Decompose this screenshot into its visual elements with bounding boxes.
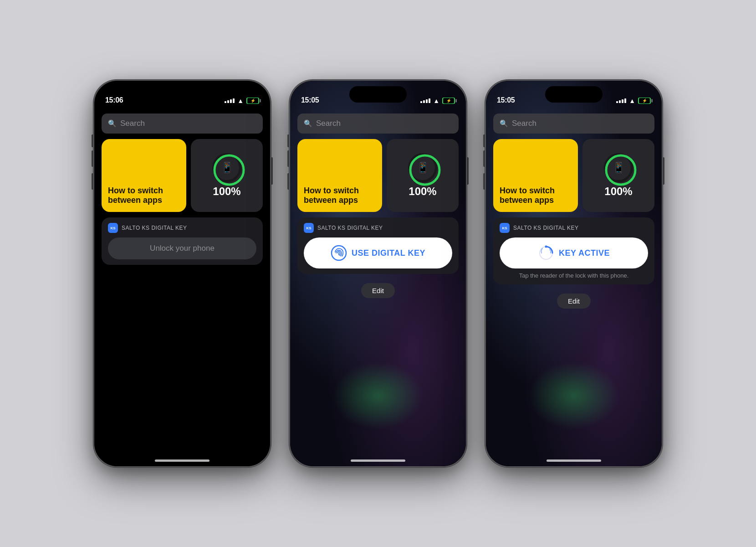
key-active-label: KEY ACTIVE	[559, 248, 610, 258]
phone-frame: 15:05 ▲ ⚡	[485, 80, 663, 467]
signal-bar-2	[423, 100, 425, 103]
salto-header: KS SALTO KS DIGITAL KEY	[108, 223, 256, 233]
edit-button-container: Edit	[290, 283, 466, 298]
signal-bar-3	[230, 99, 232, 103]
howto-widget[interactable]: How to switch between apps	[102, 139, 186, 212]
screen-content: 🔍 Search How to switch between apps	[486, 107, 662, 466]
svg-point-8	[545, 246, 547, 248]
phone-screen: 15:06 ▲ ⚡	[94, 81, 270, 466]
key-active-button[interactable]: KEY ACTIVE	[500, 237, 648, 268]
battery-ring-svg	[212, 153, 246, 187]
howto-text: How to switch between apps	[108, 186, 180, 206]
bolt-icon: ⚡	[446, 98, 451, 103]
search-bar-placeholder: Search	[512, 119, 536, 128]
salto-widget[interactable]: KS SALTO KS DIGITAL KEY	[297, 217, 459, 274]
search-icon: 🔍	[108, 119, 117, 128]
battery-percentage: 100%	[604, 185, 632, 198]
wifi-icon: ▲	[237, 97, 244, 104]
signal-bar-4	[429, 98, 430, 103]
signal-icon	[616, 98, 626, 103]
phone-3: 15:05 ▲ ⚡	[485, 80, 663, 467]
search-bar[interactable]: 🔍 Search	[102, 114, 263, 134]
signal-bar-3	[426, 99, 428, 103]
search-bar[interactable]: 🔍 Search	[297, 114, 459, 134]
signal-icon	[420, 98, 430, 103]
widget-row: How to switch between apps 📱 100%	[297, 139, 459, 212]
edit-button[interactable]: Edit	[557, 294, 591, 309]
battery-widget[interactable]: 📱 100%	[582, 139, 654, 212]
dynamic-island	[153, 86, 211, 103]
unlock-button-inactive[interactable]: Unlock your phone	[108, 237, 256, 259]
status-time: 15:05	[497, 96, 515, 104]
power-button[interactable]	[467, 157, 469, 185]
status-icons: ▲ ⚡	[420, 97, 455, 104]
salto-logo: KS	[304, 223, 314, 233]
salto-title: SALTO KS DIGITAL KEY	[513, 225, 579, 231]
signal-bar-2	[227, 100, 229, 103]
status-time: 15:05	[301, 96, 319, 104]
battery-ring: 📱	[212, 153, 241, 182]
battery-percentage: 100%	[213, 185, 240, 198]
battery-widget[interactable]: 📱 100%	[387, 139, 459, 212]
spinner-icon	[538, 245, 554, 261]
battery-ring: 📱	[604, 153, 633, 182]
search-bar[interactable]: 🔍 Search	[493, 114, 654, 134]
battery-ring-svg	[604, 153, 638, 187]
signal-bar-1	[420, 101, 422, 103]
phone-1: 15:06 ▲ ⚡	[93, 80, 271, 467]
signal-bar-3	[622, 99, 623, 103]
search-bar-placeholder: Search	[120, 119, 145, 128]
home-indicator	[547, 459, 601, 462]
search-icon: 🔍	[304, 119, 312, 128]
dynamic-island	[545, 86, 603, 103]
signal-icon	[225, 98, 235, 103]
search-icon: 🔍	[500, 119, 508, 128]
battery-widget[interactable]: 📱 100%	[191, 139, 263, 212]
svg-point-6	[606, 155, 635, 185]
salto-title: SALTO KS DIGITAL KEY	[317, 225, 383, 231]
signal-bar-2	[619, 100, 621, 103]
power-button[interactable]	[271, 157, 273, 185]
phone-2: 15:05 ▲ ⚡	[289, 80, 467, 467]
svg-point-1	[215, 155, 244, 185]
salto-widget[interactable]: KS SALTO KS DIGITAL KEY Unlock your phon…	[102, 217, 263, 265]
salto-title: SALTO KS DIGITAL KEY	[122, 225, 187, 231]
screen-content: 🔍 Search How to switch between apps	[290, 107, 466, 466]
wifi-icon: ▲	[629, 97, 635, 104]
svg-point-3	[410, 155, 439, 185]
power-button[interactable]	[663, 157, 664, 185]
edit-button-container: Edit	[486, 294, 662, 309]
battery-ring: 📱	[408, 153, 437, 182]
phone-frame: 15:06 ▲ ⚡	[93, 80, 271, 467]
battery-percentage: 100%	[409, 185, 436, 198]
phone-frame: 15:05 ▲ ⚡	[289, 80, 467, 467]
howto-text: How to switch between apps	[500, 186, 572, 206]
battery-ring-svg	[408, 153, 442, 187]
use-key-label: USE DIGITAL KEY	[352, 248, 425, 258]
wifi-icon: ▲	[433, 97, 439, 104]
salto-widget[interactable]: KS SALTO KS DIGITAL KEY	[493, 217, 654, 284]
dynamic-island	[349, 86, 407, 103]
battery-icon: ⚡	[442, 98, 455, 104]
home-indicator	[351, 459, 405, 462]
phone-screen: 15:05 ▲ ⚡	[290, 81, 466, 466]
salto-logo: KS	[108, 223, 118, 233]
edit-button[interactable]: Edit	[361, 283, 395, 298]
use-digital-key-button[interactable]: USE DIGITAL KEY	[304, 237, 452, 268]
screen-content: 🔍 Search How to switch between apps	[94, 107, 270, 466]
unlock-text: Unlock your phone	[150, 244, 215, 253]
signal-bar-4	[233, 98, 235, 103]
salto-logo: KS	[500, 223, 510, 233]
status-time: 15:06	[105, 96, 123, 104]
signal-bar-1	[616, 101, 618, 103]
salto-header: KS SALTO KS DIGITAL KEY	[304, 223, 452, 233]
widget-row: How to switch between apps 📱 100%	[493, 139, 654, 212]
phone-screen: 15:05 ▲ ⚡	[486, 81, 662, 466]
widget-row: How to switch between apps 📱 100%	[102, 139, 263, 212]
home-indicator	[155, 459, 209, 462]
howto-text: How to switch between apps	[304, 186, 376, 206]
howto-widget[interactable]: How to switch between apps	[297, 139, 382, 212]
howto-widget[interactable]: How to switch between apps	[493, 139, 578, 212]
fingerprint-icon	[331, 245, 347, 261]
signal-bar-4	[624, 98, 626, 103]
